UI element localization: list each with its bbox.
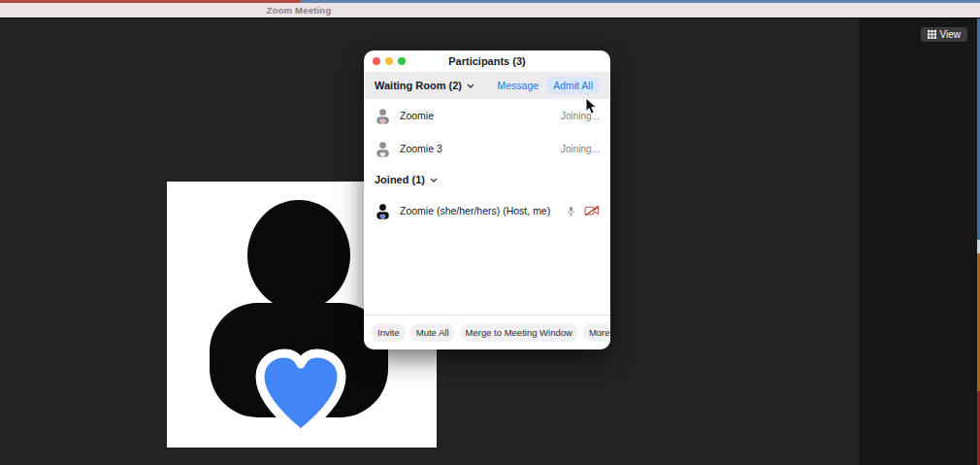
waiting-room-label[interactable]: Waiting Room (2)	[375, 80, 474, 91]
view-button[interactable]: View	[921, 27, 968, 42]
participant-name: Zoomie (she/her/hers) (Host, me)	[400, 205, 550, 216]
participant-avatar-icon	[375, 141, 391, 157]
close-window-button[interactable]	[373, 57, 380, 65]
waiting-participant-row[interactable]: Zoomie 3 Joining...	[364, 132, 610, 165]
waiting-room-header: Waiting Room (2) Message Admit All	[364, 72, 610, 99]
chevron-down-icon	[467, 83, 474, 88]
chevron-down-icon	[430, 178, 438, 183]
window-titlebar[interactable]: Zoom Meeting	[0, 3, 980, 17]
traffic-lights	[373, 57, 406, 65]
view-button-label: View	[940, 29, 962, 40]
zoom-window-button[interactable]	[398, 57, 406, 65]
panel-footer: Invite Mute All Merge to Meeting Window …	[364, 315, 610, 349]
invite-button[interactable]: Invite	[372, 323, 406, 342]
minimize-window-button[interactable]	[385, 57, 393, 65]
panel-titlebar[interactable]: Participants (3)	[364, 50, 610, 72]
mouse-cursor	[585, 97, 598, 116]
message-button[interactable]: Message	[498, 80, 539, 91]
more-button-label: More	[589, 327, 610, 338]
participant-name: Zoomie	[400, 110, 434, 121]
joined-participant-row[interactable]: Zoomie (she/her/hers) (Host, me)	[364, 194, 610, 227]
participant-av-status	[566, 204, 600, 218]
participant-status: Joining...	[561, 144, 600, 154]
admit-all-button[interactable]: Admit All	[546, 77, 600, 94]
waiting-room-label-text: Waiting Room (2)	[375, 80, 462, 91]
mute-all-button[interactable]: Mute All	[410, 323, 455, 342]
waiting-room-actions: Message Admit All	[498, 77, 600, 94]
participants-panel: Participants (3) Waiting Room (2) Messag…	[364, 50, 610, 349]
participant-avatar-icon	[375, 108, 391, 124]
stage-right-column	[860, 18, 980, 465]
zoom-meeting-screen: Zoom Meeting View	[0, 0, 980, 465]
microphone-icon	[566, 204, 576, 218]
video-off-icon	[584, 205, 600, 216]
participant-avatar-icon	[375, 203, 391, 219]
joined-label-text: Joined (1)	[375, 174, 425, 185]
more-button[interactable]: More	[583, 323, 610, 342]
merge-to-meeting-window-button[interactable]: Merge to Meeting Window	[460, 323, 578, 342]
participant-name: Zoomie 3	[400, 143, 442, 154]
window-title: Zoom Meeting	[241, 3, 357, 17]
waiting-participant-row[interactable]: Zoomie Joining...	[364, 99, 610, 132]
joined-section-header[interactable]: Joined (1)	[364, 165, 610, 194]
grid-view-icon	[928, 30, 936, 39]
